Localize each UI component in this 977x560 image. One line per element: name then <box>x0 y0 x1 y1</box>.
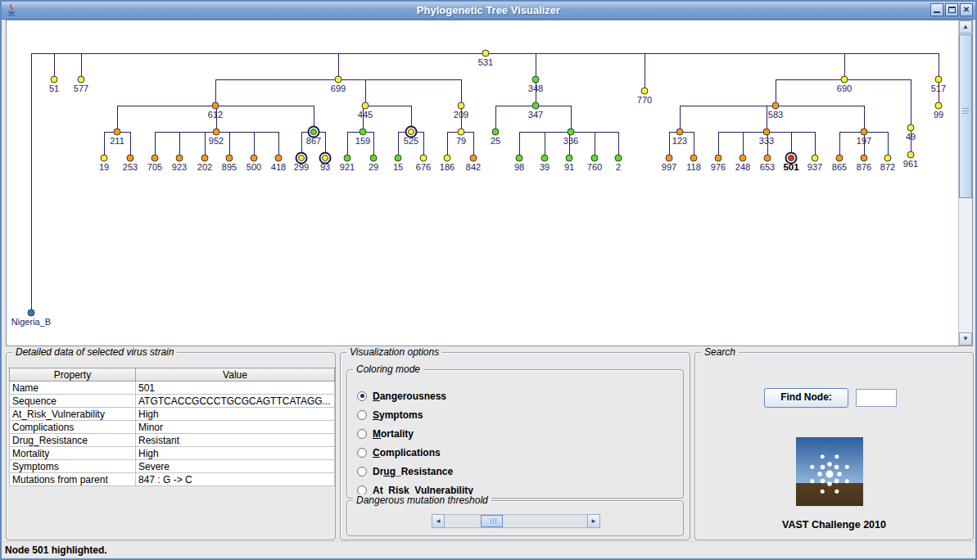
tree-node-209[interactable]: 209 <box>454 102 468 120</box>
tree-node-248[interactable]: 248 <box>735 155 750 172</box>
tree-node-202[interactable]: 202 <box>197 155 212 172</box>
tree-node-79[interactable]: 79 <box>456 129 466 146</box>
threshold-track[interactable] <box>445 514 587 528</box>
scroll-down-button[interactable]: ▼ <box>959 332 972 345</box>
tree-node-15[interactable]: 15 <box>393 155 403 172</box>
titlebar[interactable]: Phylogenetic Tree Visualizer ✕ <box>2 2 975 20</box>
tree-node-99[interactable]: 99 <box>934 102 943 120</box>
tree-node-997[interactable]: 997 <box>662 155 676 172</box>
tree-node-961[interactable]: 961 <box>903 151 918 169</box>
tree-node-label: 842 <box>466 162 481 172</box>
coloring-option-Complications[interactable]: Complications <box>357 443 473 462</box>
tree-node-583[interactable]: 583 <box>768 102 783 120</box>
threshold-thumb[interactable] <box>481 515 503 527</box>
tree-node-952[interactable]: 952 <box>209 129 224 146</box>
threshold-scrollbar[interactable]: ◄ ► <box>432 514 600 528</box>
tree-node-123[interactable]: 123 <box>672 129 687 146</box>
tree-node-label: 418 <box>271 162 286 172</box>
scroll-up-button[interactable]: ▲ <box>959 20 972 34</box>
tree-node-label: 333 <box>759 136 774 146</box>
tree-node-29[interactable]: 29 <box>369 155 378 172</box>
table-row[interactable]: SymptomsSevere <box>10 460 335 473</box>
table-row[interactable]: At_Risk_VulnerabilityHigh <box>10 408 335 421</box>
tree-node-51[interactable]: 51 <box>49 76 59 93</box>
tree-node-976[interactable]: 976 <box>711 155 726 172</box>
table-row[interactable]: Mutations from parent847 : G -> C <box>10 473 335 486</box>
table-row[interactable]: MortalityHigh <box>10 447 335 460</box>
coloring-option-Mortality[interactable]: Mortality <box>357 424 473 443</box>
tree-node-676[interactable]: 676 <box>416 155 431 172</box>
tree-node-653[interactable]: 653 <box>760 155 775 172</box>
tree-node-867[interactable]: 867 <box>306 127 321 147</box>
scroll-right-button[interactable]: ► <box>587 514 600 528</box>
tree-node-501[interactable]: 501 <box>783 153 799 173</box>
tree-node-253[interactable]: 253 <box>123 155 138 172</box>
radio-button[interactable] <box>357 429 367 439</box>
tree-node-531[interactable]: 531 <box>478 50 493 67</box>
tree-node-923[interactable]: 923 <box>172 155 187 172</box>
tree-node-895[interactable]: 895 <box>222 155 237 172</box>
maximize-button[interactable] <box>945 3 958 16</box>
table-row[interactable]: ComplicationsMinor <box>10 421 335 434</box>
table-row[interactable]: Name501 <box>10 382 335 395</box>
tree-node-348[interactable]: 348 <box>528 76 543 93</box>
tree-node-937[interactable]: 937 <box>807 155 822 172</box>
scroll-left-button[interactable]: ◄ <box>432 514 445 528</box>
tree-node-118[interactable]: 118 <box>686 155 701 172</box>
radio-button[interactable] <box>357 467 367 476</box>
tree-node-label: 347 <box>528 110 543 120</box>
tree-node-577[interactable]: 577 <box>74 76 88 93</box>
tree-node-705[interactable]: 705 <box>147 155 162 172</box>
tree-node-872[interactable]: 872 <box>880 155 895 172</box>
tree-node-25[interactable]: 25 <box>491 129 500 146</box>
tree-vertical-scrollbar[interactable]: ▲ ▼ <box>958 20 972 345</box>
tree-node-347[interactable]: 347 <box>528 102 543 120</box>
tree-node-500[interactable]: 500 <box>247 155 261 172</box>
tree-node-336[interactable]: 336 <box>563 129 578 146</box>
tree-node-197[interactable]: 197 <box>857 129 871 146</box>
table-row[interactable]: SequenceATGTCACCGCCCTGCGCAGTTCATAGG... <box>10 395 335 408</box>
tree-node-333[interactable]: 333 <box>759 129 774 146</box>
tree-node-93[interactable]: 93 <box>320 153 331 173</box>
tree-viewport[interactable]: 531Nigeria_B5157769934877069051761244520… <box>6 20 973 346</box>
tree-node-517[interactable]: 517 <box>931 76 946 93</box>
close-button[interactable]: ✕ <box>960 3 973 16</box>
tree-node-699[interactable]: 699 <box>331 76 346 93</box>
tree-node-299[interactable]: 299 <box>294 153 309 173</box>
find-node-button[interactable]: Find Node: <box>764 388 848 408</box>
tree-node-49[interactable]: 49 <box>906 124 916 142</box>
minimize-button[interactable] <box>930 3 943 16</box>
tree-node-921[interactable]: 921 <box>340 155 355 172</box>
tree-node-159[interactable]: 159 <box>355 129 370 146</box>
find-node-input[interactable] <box>856 389 897 407</box>
column-header-value: Value <box>136 368 335 382</box>
tree-node-876[interactable]: 876 <box>857 155 871 172</box>
tree-node-612[interactable]: 612 <box>208 102 223 120</box>
coloring-option-Drug_Resistance[interactable]: Drug_Resistance <box>357 462 473 481</box>
tree-node-2[interactable]: 2 <box>615 155 622 172</box>
radio-button[interactable] <box>357 391 367 401</box>
tree-node-186[interactable]: 186 <box>440 155 455 172</box>
tree-node-39[interactable]: 39 <box>540 155 550 172</box>
tree-node-418[interactable]: 418 <box>271 155 286 172</box>
tree-node-525[interactable]: 525 <box>404 127 418 147</box>
tree-node-211[interactable]: 211 <box>110 129 124 146</box>
visualization-options-panel: Visualization options Coloring mode Dang… <box>340 352 690 540</box>
radio-button[interactable] <box>357 448 367 458</box>
tree-node-98[interactable]: 98 <box>514 155 524 172</box>
tree-node-842[interactable]: 842 <box>466 155 481 172</box>
tree-node-760[interactable]: 760 <box>587 155 602 172</box>
tree-node-445[interactable]: 445 <box>358 102 373 120</box>
tree-node-19[interactable]: 19 <box>99 155 109 172</box>
radio-button[interactable] <box>357 410 367 420</box>
radio-button[interactable] <box>357 485 367 495</box>
tree-node-Nigeria_B[interactable]: Nigeria_B <box>11 309 51 327</box>
scrollbar-thumb[interactable] <box>959 34 972 198</box>
tree-node-690[interactable]: 690 <box>837 76 852 93</box>
tree-node-91[interactable]: 91 <box>564 155 574 172</box>
coloring-option-Dangerousness[interactable]: Dangerousness <box>357 386 473 405</box>
tree-node-865[interactable]: 865 <box>832 155 847 172</box>
coloring-option-Symptoms[interactable]: Symptoms <box>357 405 473 424</box>
tree-node-770[interactable]: 770 <box>637 88 652 105</box>
table-row[interactable]: Drug_ResistanceResistant <box>10 434 335 447</box>
